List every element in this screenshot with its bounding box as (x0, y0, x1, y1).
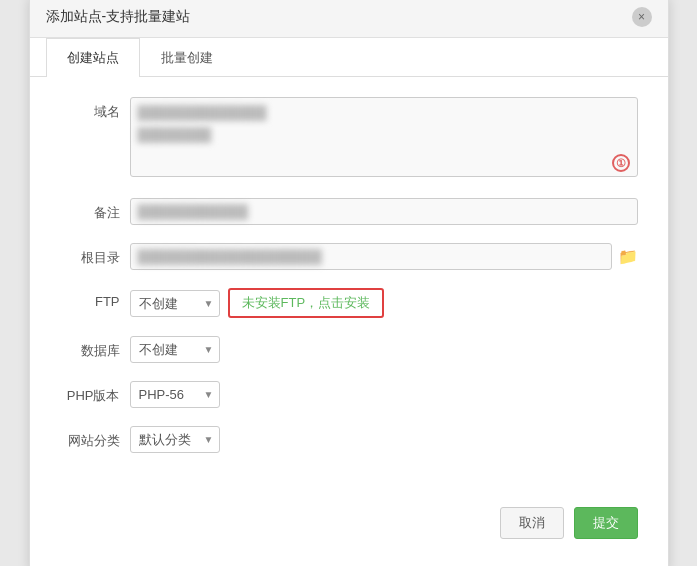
ftp-control: 不创建 创建 ▼ 未安装FTP，点击安装 (130, 288, 638, 318)
domain-badge: ① (612, 154, 630, 172)
db-select[interactable]: 不创建 创建 (130, 336, 220, 363)
ftp-warning[interactable]: 未安装FTP，点击安装 (228, 288, 385, 318)
db-row: 数据库 不创建 创建 ▼ (60, 336, 638, 363)
site-cat-label: 网站分类 (60, 426, 130, 450)
site-cat-select[interactable]: 默认分类 (130, 426, 220, 453)
db-label: 数据库 (60, 336, 130, 360)
domain-input[interactable] (130, 97, 638, 177)
rootdir-control: ████████████████████ 📁 (130, 243, 638, 270)
site-cat-select-wrap: 默认分类 ▼ (130, 426, 220, 453)
ftp-select-wrap: 不创建 创建 ▼ (130, 290, 220, 317)
tab-create-site[interactable]: 创建站点 (46, 38, 140, 77)
close-button[interactable]: × (632, 7, 652, 27)
ftp-label: FTP (60, 288, 130, 309)
form-content: 域名 ██████████████ ████████ ① 备注 ████████… (30, 77, 668, 491)
cancel-button[interactable]: 取消 (500, 507, 564, 539)
site-cat-control: 默认分类 ▼ (130, 426, 638, 453)
db-select-wrap: 不创建 创建 ▼ (130, 336, 220, 363)
ftp-select[interactable]: 不创建 创建 (130, 290, 220, 317)
rootdir-label: 根目录 (60, 243, 130, 267)
site-cat-row: 网站分类 默认分类 ▼ (60, 426, 638, 453)
modal-dialog: 添加站点-支持批量建站 × 创建站点 批量创建 域名 █████████████… (29, 0, 669, 566)
tab-batch-create[interactable]: 批量创建 (140, 38, 234, 77)
submit-button[interactable]: 提交 (574, 507, 638, 539)
remark-input[interactable] (130, 198, 638, 225)
php-control: PHP-56 PHP-70 PHP-71 PHP-72 ▼ (130, 381, 638, 408)
remark-row: 备注 ████████████ (60, 198, 638, 225)
ftp-row: FTP 不创建 创建 ▼ 未安装FTP，点击安装 (60, 288, 638, 318)
modal-overlay: 添加站点-支持批量建站 × 创建站点 批量创建 域名 █████████████… (0, 0, 697, 566)
rootdir-row: 根目录 ████████████████████ 📁 (60, 243, 638, 270)
remark-label: 备注 (60, 198, 130, 222)
db-control: 不创建 创建 ▼ (130, 336, 638, 363)
folder-icon[interactable]: 📁 (618, 247, 638, 266)
php-select[interactable]: PHP-56 PHP-70 PHP-71 PHP-72 (130, 381, 220, 408)
modal-title: 添加站点-支持批量建站 (46, 8, 191, 26)
remark-control: ████████████ (130, 198, 638, 225)
domain-row: 域名 ██████████████ ████████ ① (60, 97, 638, 180)
modal-footer: 取消 提交 (30, 491, 668, 549)
php-label: PHP版本 (60, 381, 130, 405)
php-select-wrap: PHP-56 PHP-70 PHP-71 PHP-72 ▼ (130, 381, 220, 408)
rootdir-input[interactable] (130, 243, 612, 270)
php-row: PHP版本 PHP-56 PHP-70 PHP-71 PHP-72 ▼ (60, 381, 638, 408)
modal-header: 添加站点-支持批量建站 × (30, 0, 668, 38)
domain-control: ██████████████ ████████ ① (130, 97, 638, 180)
tabs-container: 创建站点 批量创建 (30, 38, 668, 77)
domain-label: 域名 (60, 97, 130, 121)
